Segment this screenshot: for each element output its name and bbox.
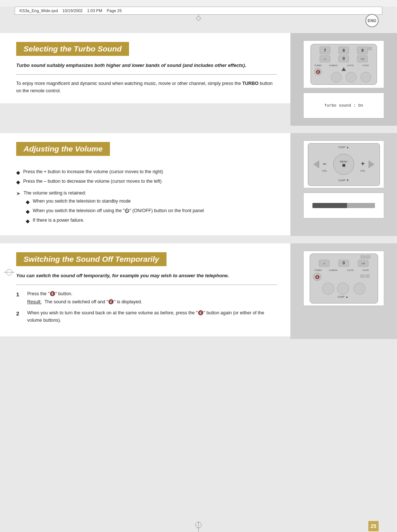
- svg-text:S.MENU: S.MENU: [329, 64, 337, 67]
- mute-content-block: Switching the Sound Off Temporarily You …: [0, 243, 290, 336]
- turbo-divider: [16, 74, 277, 75]
- mute-divider: [16, 285, 277, 285]
- header-time: 1:03 PM: [87, 8, 102, 13]
- svg-text:VOL: VOL: [322, 169, 327, 172]
- svg-rect-51: [361, 275, 364, 278]
- svg-text:P.STD: P.STD: [362, 269, 369, 271]
- mute-left: Switching the Sound Off Temporarily You …: [0, 243, 290, 339]
- volume-right-block: CH/P ▲ MENU ⬛ – + VOL VOL: [290, 133, 397, 236]
- header-page: Page 25: [107, 8, 122, 13]
- step-1-result: Result: The sound is switched off and "🔇…: [27, 298, 277, 306]
- step-1-number: 1: [16, 290, 23, 299]
- svg-rect-37: [361, 256, 365, 258]
- mute-section: Switching the Sound Off Temporarily You …: [0, 243, 397, 339]
- svg-text:I-II: I-II: [361, 57, 364, 61]
- svg-text:S.STD: S.STD: [347, 64, 354, 67]
- turbo-display: Turbo sound : On: [303, 93, 384, 118]
- mute-right-block: -/- 0 I-II TURBO S.MENU S.STD P.STD 🔇: [290, 243, 397, 339]
- turbo-remote-svg: 7 8 9 -/- 0 I-II: [307, 42, 380, 86]
- svg-text:CH/P ▲: CH/P ▲: [338, 146, 349, 149]
- step-2-content: When you wish to turn the sound back on …: [27, 309, 277, 324]
- note-arrow-icon: ➤: [16, 190, 21, 196]
- volume-sub-text-1: When you switch the television to standb…: [33, 198, 131, 205]
- mute-step-2: 2 When you wish to turn the sound back o…: [16, 309, 277, 324]
- svg-text:-/-: -/-: [323, 262, 326, 265]
- svg-text:-/-: -/-: [323, 57, 326, 61]
- left-reg-mark: [4, 268, 15, 277]
- svg-text:🔇: 🔇: [316, 69, 321, 74]
- mute-intro: You can switch the sound off temporarily…: [16, 272, 277, 279]
- turbo-right-block: 7 8 9 -/- 0 I-II: [290, 33, 397, 126]
- page-number: 25: [368, 521, 379, 531]
- step-1-content: Press the "🔇" button. Result: The sound …: [27, 290, 277, 306]
- step-2-text: When you wish to turn the sound back on …: [27, 310, 264, 323]
- step-1-result-text: The sound is switched off and "🔇" is dis…: [44, 298, 142, 306]
- volume-bar-display: [303, 193, 384, 218]
- volume-sub-bullet-1: ◆ When you switch the television to stan…: [26, 198, 277, 206]
- svg-text:S.STD: S.STD: [347, 269, 354, 271]
- volume-title: Adjusting the Volume: [16, 142, 110, 156]
- svg-text:TURBO: TURBO: [314, 269, 322, 271]
- svg-text:TURBO: TURBO: [314, 64, 322, 67]
- svg-text:+: +: [361, 160, 365, 167]
- turbo-section: Selecting the Turbo Sound Turbo sound su…: [0, 33, 397, 126]
- svg-point-53: [322, 283, 334, 294]
- svg-text:9: 9: [361, 48, 364, 53]
- svg-text:I-II: I-II: [361, 262, 365, 265]
- sub-diamond-icon-1: ◆: [26, 198, 30, 206]
- turbo-title: Selecting the Turbo Sound: [16, 42, 129, 56]
- volume-control-image: CH/P ▲ MENU ⬛ – + VOL VOL: [303, 140, 384, 188]
- svg-text:CH/P ▼: CH/P ▼: [338, 179, 349, 182]
- volume-right: CH/P ▲ MENU ⬛ – + VOL VOL: [290, 133, 397, 236]
- sub-diamond-icon-3: ◆: [26, 217, 30, 225]
- volume-bullet-2: ◆ Press the – button to decrease the vol…: [16, 178, 277, 186]
- mute-remote-svg: -/- 0 I-II TURBO S.MENU S.STD P.STD 🔇: [306, 252, 382, 305]
- turbo-bold-word: TURBO: [242, 81, 258, 86]
- turbo-body: To enjoy more magnificent and dynamic so…: [16, 80, 277, 94]
- svg-text:🔇: 🔇: [315, 275, 320, 279]
- volume-left: Adjusting the Volume ◆ Press the + butto…: [0, 133, 290, 236]
- svg-point-22: [361, 72, 371, 82]
- volume-sub-bullet-2: ◆ When you switch the television off usi…: [26, 207, 277, 215]
- header-date: 10/19/2002: [62, 8, 83, 13]
- result-label: Result:: [27, 298, 42, 306]
- turbo-display-text: Turbo sound : On: [324, 103, 363, 108]
- volume-note: ➤ The volume setting is retained:: [16, 190, 277, 196]
- bottom-reg-svg: [195, 521, 202, 532]
- sub-diamond-icon-2: ◆: [26, 208, 30, 215]
- turbo-right: 7 8 9 -/- 0 I-II: [290, 33, 397, 126]
- svg-text:VOL: VOL: [360, 169, 365, 172]
- svg-text:0: 0: [342, 261, 344, 265]
- volume-bar-fill: [312, 203, 347, 208]
- header-text: KS3a_Eng_Wide.qxd 10/19/2002 1:03 PM Pag…: [19, 8, 378, 13]
- bullet-diamond-icon-2: ◆: [16, 178, 20, 186]
- svg-rect-38: [366, 256, 370, 258]
- step-1-text: Press the "🔇" button.: [27, 290, 277, 297]
- svg-text:–: –: [322, 160, 326, 167]
- step-2-number: 2: [16, 309, 23, 318]
- svg-text:7: 7: [324, 48, 326, 53]
- bullet-diamond-icon-1: ◆: [16, 169, 20, 176]
- svg-text:P.STD: P.STD: [363, 64, 369, 67]
- volume-sub-text-2: When you switch the television off using…: [33, 207, 204, 214]
- svg-text:S.MENU: S.MENU: [329, 269, 337, 271]
- svg-text:8: 8: [343, 48, 345, 53]
- volume-title-wrapper: Adjusting the Volume: [16, 142, 277, 156]
- turbo-remote-image: 7 8 9 -/- 0 I-II: [303, 40, 384, 88]
- header-filename: KS3a_Eng_Wide.qxd: [19, 8, 58, 13]
- top-header: KS3a_Eng_Wide.qxd 10/19/2002 1:03 PM Pag…: [15, 7, 382, 15]
- turbo-intro: Turbo sound suitably emphasizes both hig…: [16, 62, 277, 69]
- svg-rect-7: [368, 47, 372, 50]
- eng-badge-text: ENG: [368, 18, 376, 23]
- left-reg-svg: [4, 268, 15, 276]
- mute-remote-image: -/- 0 I-II TURBO S.MENU S.STD P.STD 🔇: [303, 251, 384, 306]
- mute-right: -/- 0 I-II TURBO S.MENU S.STD P.STD 🔇: [290, 243, 397, 339]
- volume-bullet-text-2: Press the – button to decrease the volum…: [23, 178, 162, 185]
- svg-text:CH/P ▲: CH/P ▲: [337, 295, 348, 299]
- svg-point-20: [331, 72, 341, 82]
- volume-bar: [312, 203, 375, 208]
- svg-text:0: 0: [343, 56, 345, 61]
- turbo-content-block: Selecting the Turbo Sound Turbo sound su…: [0, 33, 290, 103]
- volume-sub-bullet-3: ◆ If there is a power failure.: [26, 217, 277, 225]
- mute-title-wrapper: Switching the Sound Off Temporarily: [16, 252, 277, 266]
